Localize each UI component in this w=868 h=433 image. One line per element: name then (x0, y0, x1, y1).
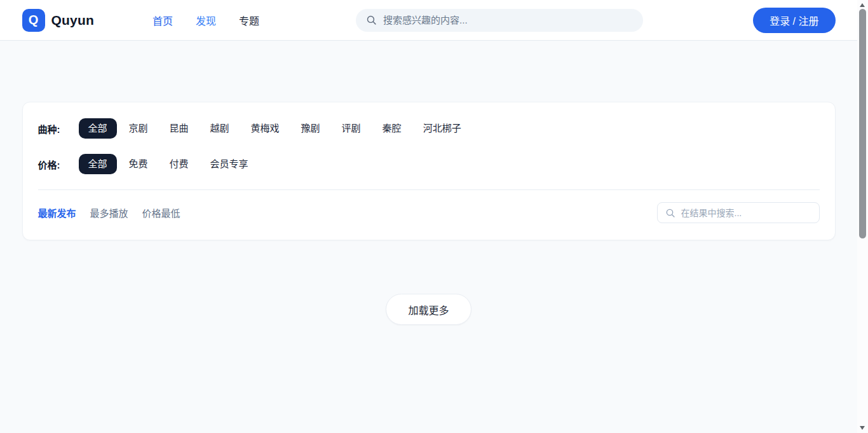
filter-card: 曲种: 全部 京剧 昆曲 越剧 黄梅戏 豫剧 评剧 秦腔 河北梆子 价格: 全部 (22, 102, 836, 240)
scrollbar[interactable] (857, 0, 868, 433)
price-filter-label: 价格: (38, 158, 69, 171)
search-icon (366, 15, 377, 25)
navbar-inner: Q Quyun 首页 发现 专题 登录 / 注册 (22, 0, 836, 40)
genre-filter-label: 曲种: (38, 122, 69, 135)
genre-pill-yueju[interactable]: 越剧 (201, 118, 239, 139)
result-search[interactable] (657, 202, 820, 223)
top-navbar: Q Quyun 首页 发现 专题 登录 / 注册 (0, 0, 857, 41)
header-search[interactable] (356, 9, 643, 32)
sort-row: 最新发布 最多播放 价格最低 (38, 202, 820, 223)
search-icon (665, 208, 675, 218)
login-register-button[interactable]: 登录 / 注册 (753, 8, 835, 33)
scrollbar-thumb[interactable] (859, 9, 866, 238)
genre-pill-group: 全部 京剧 昆曲 越剧 黄梅戏 豫剧 评剧 秦腔 河北梆子 (79, 118, 471, 139)
price-pill-paid[interactable]: 付费 (160, 154, 198, 174)
scroll-up-arrow-icon[interactable] (860, 3, 865, 7)
genre-pill-qinqiang[interactable]: 秦腔 (373, 118, 411, 139)
main-content: 曲种: 全部 京剧 昆曲 越剧 黄梅戏 豫剧 评剧 秦腔 河北梆子 价格: 全部 (0, 102, 857, 325)
genre-pill-yuju[interactable]: 豫剧 (292, 118, 330, 139)
price-pill-member[interactable]: 会员专享 (201, 154, 258, 174)
sort-lowest-price[interactable]: 价格最低 (142, 206, 180, 219)
genre-pill-huangmeixi[interactable]: 黄梅戏 (241, 118, 289, 139)
sort-most-played[interactable]: 最多播放 (90, 206, 128, 219)
sort-latest[interactable]: 最新发布 (38, 206, 76, 219)
header-search-wrap (356, 9, 643, 32)
price-pill-free[interactable]: 免费 (119, 154, 158, 174)
price-filter-row: 价格: 全部 免费 付费 会员专享 (38, 154, 820, 174)
scroll-down-arrow-icon[interactable] (860, 426, 865, 430)
genre-pill-jingju[interactable]: 京剧 (119, 118, 158, 139)
genre-pill-hebeibangzi[interactable]: 河北梆子 (414, 118, 471, 139)
brand-logo-block[interactable]: Q Quyun (22, 9, 95, 32)
genre-pill-all[interactable]: 全部 (79, 118, 117, 139)
brand-q-icon: Q (22, 9, 45, 32)
main-nav: 首页 发现 专题 (153, 13, 259, 28)
price-pill-group: 全部 免费 付费 会员专享 (79, 154, 258, 174)
card-divider (38, 189, 820, 190)
genre-pill-pingju[interactable]: 评剧 (332, 118, 370, 139)
page: Q Quyun 首页 发现 专题 登录 / 注册 (0, 0, 857, 433)
load-more-wrap: 加载更多 (0, 294, 857, 325)
genre-pill-kunqu[interactable]: 昆曲 (160, 118, 198, 139)
load-more-button[interactable]: 加载更多 (386, 294, 471, 325)
result-search-input[interactable] (681, 208, 811, 218)
sort-links: 最新发布 最多播放 价格最低 (38, 206, 180, 219)
nav-item-topics[interactable]: 专题 (239, 13, 259, 28)
nav-item-discover[interactable]: 发现 (196, 13, 216, 28)
genre-filter-row: 曲种: 全部 京剧 昆曲 越剧 黄梅戏 豫剧 评剧 秦腔 河北梆子 (38, 118, 820, 139)
nav-item-home[interactable]: 首页 (153, 13, 173, 28)
header-search-input[interactable] (383, 15, 633, 25)
brand-name: Quyun (51, 13, 95, 28)
price-pill-all[interactable]: 全部 (79, 154, 117, 174)
